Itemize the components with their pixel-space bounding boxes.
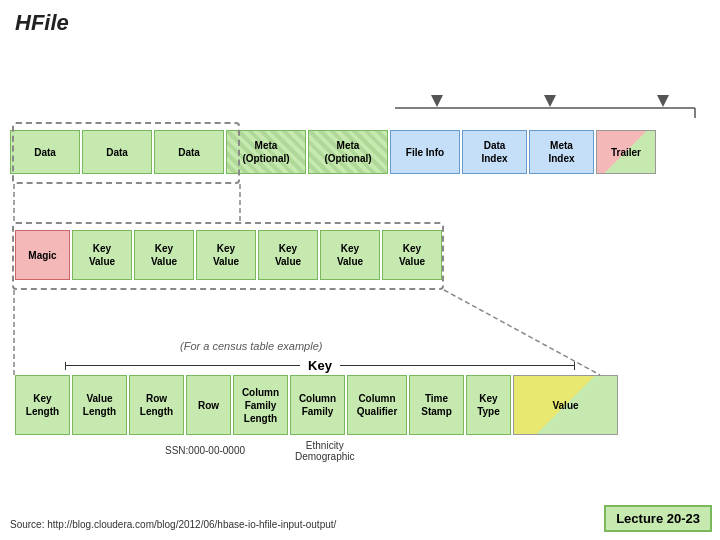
block-data-index: Data Index xyxy=(462,130,527,174)
key-label: Key xyxy=(300,358,340,373)
block-column-family: Column Family xyxy=(290,375,345,435)
arrows-row xyxy=(380,95,720,107)
block-value: Value xyxy=(513,375,618,435)
block-row: Row xyxy=(186,375,231,435)
arrow-meta-index xyxy=(657,95,669,107)
block-row-length: Row Length xyxy=(129,375,184,435)
dashed-data-box xyxy=(12,122,240,184)
page-title: HFile xyxy=(0,0,720,41)
block-time-stamp: Time Stamp xyxy=(409,375,464,435)
census-note: (For a census table example) xyxy=(180,340,322,352)
block-key-type: Key Type xyxy=(466,375,511,435)
block-column-family-length: Column Family Length xyxy=(233,375,288,435)
dashed-mid-box xyxy=(12,222,444,290)
block-trailer: Trailer xyxy=(596,130,656,174)
block-key-length: Key Length xyxy=(15,375,70,435)
block-meta-(optional): Meta (Optional) xyxy=(308,130,388,174)
arrow-data-index xyxy=(544,95,556,107)
block-meta-index: Meta Index xyxy=(529,130,594,174)
key-bracket: Key xyxy=(65,358,575,373)
bottom-block-row: Key LengthValue LengthRow LengthRowColum… xyxy=(15,375,705,435)
lecture-badge: Lecture 20-23 xyxy=(604,505,712,532)
arrow-file-info xyxy=(431,95,443,107)
block-column-qualifier: Column Qualifier xyxy=(347,375,407,435)
source-label: Source: http://blog.cloudera.com/blog/20… xyxy=(10,519,336,530)
block-value-length: Value Length xyxy=(72,375,127,435)
block-file-info: File Info xyxy=(390,130,460,174)
ethnicity-label: EthnicityDemographic xyxy=(295,440,354,462)
ssn-label: SSN:000-00-0000 xyxy=(165,445,245,456)
